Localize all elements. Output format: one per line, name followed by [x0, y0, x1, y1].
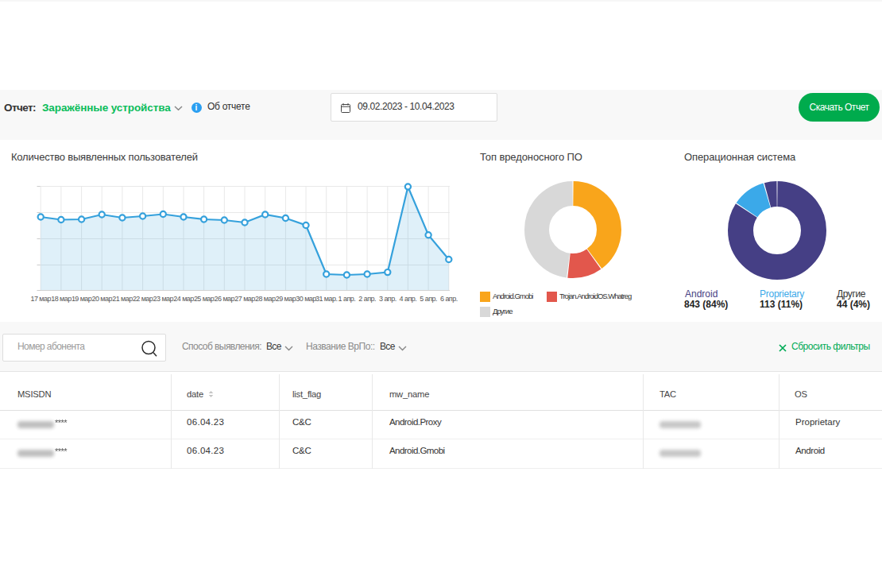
svg-text:30 мар: 30 мар	[296, 295, 316, 303]
svg-text:22 мар: 22 мар	[133, 295, 153, 303]
svg-text:1 апр.: 1 апр.	[338, 295, 356, 303]
svg-text:5 апр.: 5 апр.	[420, 295, 437, 303]
svg-text:29 мар: 29 мар	[276, 295, 296, 303]
svg-text:24 мар: 24 мар	[173, 295, 194, 303]
svg-text:31 мар.: 31 мар.	[315, 295, 337, 303]
svg-text:26 мар: 26 мар	[215, 295, 235, 303]
svg-text:20 мар: 20 мар	[91, 295, 112, 303]
svg-text:19 мар: 19 мар	[72, 295, 92, 303]
svg-text:3 апр.: 3 апр.	[379, 295, 397, 303]
svg-text:2 апр.: 2 апр.	[358, 295, 376, 303]
svg-text:4 апр.: 4 апр.	[400, 295, 417, 303]
svg-text:18 мар: 18 мар	[51, 295, 72, 303]
svg-text:28 мар: 28 мар	[255, 295, 276, 303]
svg-text:23 мар: 23 мар	[153, 295, 174, 303]
svg-text:25 мар: 25 мар	[194, 295, 215, 303]
svg-text:21 мар: 21 мар	[112, 295, 133, 303]
svg-text:17 мар: 17 мар	[30, 295, 51, 303]
svg-text:27 мар: 27 мар	[234, 295, 255, 303]
svg-text:6 апр.: 6 апр.	[440, 295, 458, 303]
